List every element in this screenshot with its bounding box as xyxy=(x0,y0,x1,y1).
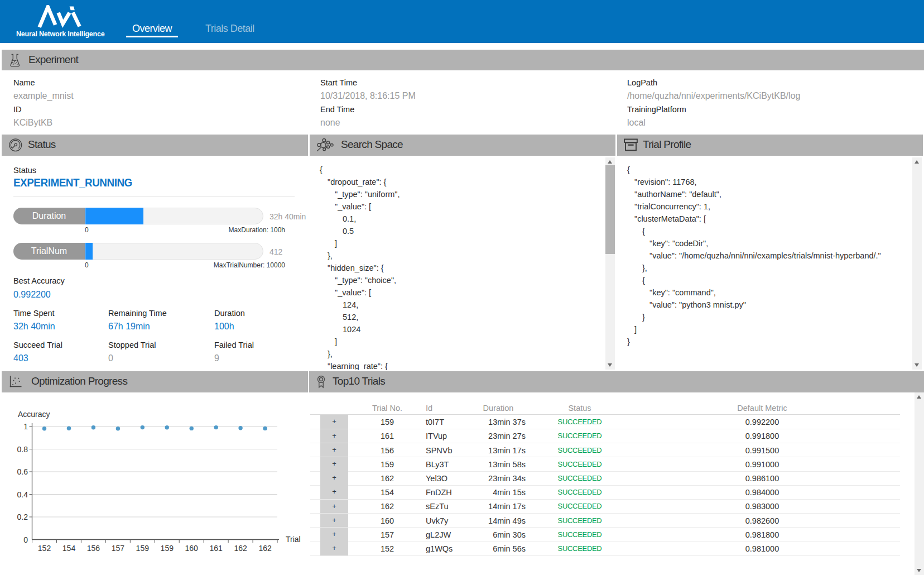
svg-text:159: 159 xyxy=(161,544,174,553)
svg-text:0.4: 0.4 xyxy=(17,490,28,499)
svg-text:157: 157 xyxy=(112,544,125,553)
svg-text:Trial: Trial xyxy=(286,535,301,544)
svg-text:161: 161 xyxy=(210,544,223,553)
svg-text:0: 0 xyxy=(23,535,28,544)
svg-text:162: 162 xyxy=(258,544,272,553)
svg-text:0.8: 0.8 xyxy=(17,445,28,454)
svg-text:162: 162 xyxy=(234,544,247,553)
svg-text:159: 159 xyxy=(136,544,150,553)
svg-text:0.6: 0.6 xyxy=(17,467,28,476)
svg-text:Accuracy: Accuracy xyxy=(18,410,50,419)
svg-text:1: 1 xyxy=(23,422,28,431)
svg-text:152: 152 xyxy=(38,544,51,553)
svg-text:156: 156 xyxy=(87,544,100,553)
svg-text:154: 154 xyxy=(62,544,76,553)
svg-text:160: 160 xyxy=(185,544,199,553)
svg-text:0.2: 0.2 xyxy=(17,512,28,521)
